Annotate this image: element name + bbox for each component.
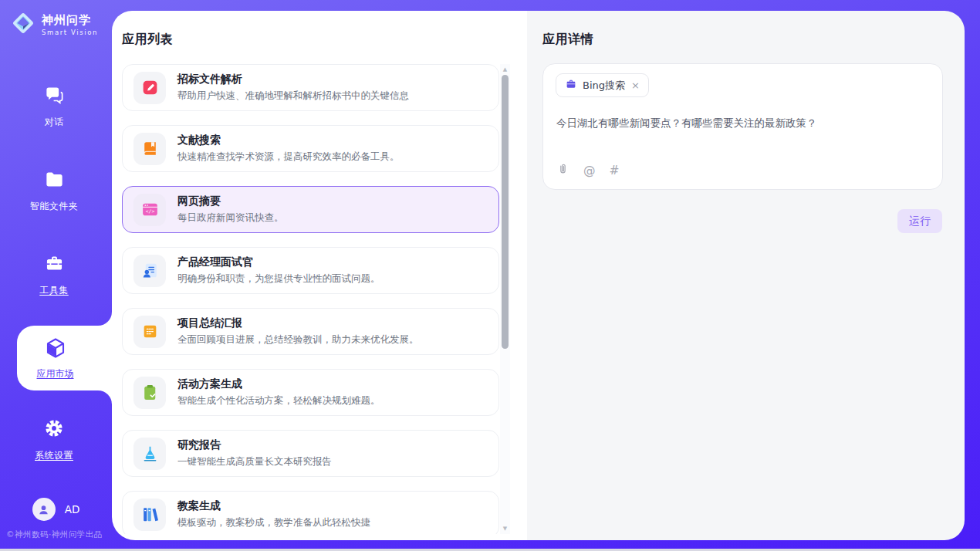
- tool-tag-bing-search[interactable]: Bing搜索 ×: [556, 73, 649, 97]
- sidebar-item-toolset[interactable]: 工具集: [0, 253, 108, 297]
- person-icon: [36, 502, 51, 517]
- app-detail-panel: 应用详情 Bing搜索 × 今日湖北有哪些新闻要点？有哪些需要关注的最新政策？ …: [527, 11, 965, 540]
- active-tab-curve-bottom: [96, 390, 112, 406]
- app-card-activity-plan[interactable]: 活动方案生成 智能生成个性化活动方案，轻松解决规划难题。: [122, 369, 499, 416]
- app-card-literature-search[interactable]: 文献搜索 快速精准查找学术资源，提高研究效率的必备工具。: [122, 125, 499, 172]
- sidebar-item-label: 应用市场: [37, 367, 74, 380]
- app-card-title: 产品经理面试官: [177, 255, 380, 269]
- app-card-lesson-plan[interactable]: 教案生成 模板驱动，教案秒成，教学准备从此轻松快捷: [122, 491, 499, 534]
- app-card-bidding-analysis[interactable]: 招标文件解析 帮助用户快速、准确地理解和解析招标书中的关键信息: [122, 64, 499, 111]
- toolbox-icon: [44, 253, 65, 277]
- web-code-icon: </>: [133, 194, 166, 226]
- sidebar-item-chat[interactable]: 对话: [0, 85, 108, 129]
- brand-name: 神州问学: [42, 13, 98, 28]
- query-text[interactable]: 今日湖北有哪些新闻要点？有哪些需要关注的最新政策？: [556, 117, 930, 130]
- app-card-description: 模板驱动，教案秒成，教学准备从此轻松快捷: [177, 516, 370, 529]
- app-card-description: 一键智能生成高质量长文本研究报告: [177, 455, 332, 468]
- app-card-pm-interviewer[interactable]: 产品经理面试官 明确身份和职责，为您提供专业性的面试问题。: [122, 247, 499, 294]
- brand-logo: 神州问学 Smart Vision: [10, 10, 98, 39]
- clipboard-check-icon: [133, 377, 166, 409]
- sidebar-item-system-settings[interactable]: 系统设置: [0, 417, 108, 462]
- avatar[interactable]: [32, 498, 56, 521]
- main-content: 应用列表 招标文件解析 帮助用户快速、准确地理解和解析招标书中的关键信息 文献搜…: [112, 11, 965, 540]
- mention-icon[interactable]: @: [583, 165, 596, 177]
- sidebar-item-smart-folder[interactable]: 智能文件夹: [0, 169, 108, 213]
- interviewer-icon: [133, 255, 166, 287]
- app-card-web-summary[interactable]: </> 网页摘要 每日政府新闻资讯快查。: [122, 186, 499, 233]
- app-card-description: 快速精准查找学术资源，提高研究效率的必备工具。: [177, 150, 400, 164]
- tool-tag-label: Bing搜索: [583, 79, 625, 93]
- app-detail-title: 应用详情: [542, 32, 593, 48]
- user-initials: AD: [65, 503, 80, 516]
- app-card-title: 文献搜索: [177, 134, 400, 147]
- hash-icon[interactable]: #: [610, 165, 620, 177]
- app-list-panel: 应用列表 招标文件解析 帮助用户快速、准确地理解和解析招标书中的关键信息 文献搜…: [112, 11, 527, 540]
- cube-icon: [44, 336, 67, 363]
- sidebar-footer: ©神州数码·神州问学出品: [6, 529, 103, 540]
- sidebar-item-app-market[interactable]: 应用市场: [17, 326, 112, 390]
- chat-icon: [44, 85, 65, 109]
- sidebar: 神州问学 Smart Vision 对话 智能文件夹 工具集 系统设置 AD ©…: [0, 0, 112, 549]
- sidebar-item-label: 系统设置: [35, 449, 73, 462]
- composer-toolbar: @ #: [556, 163, 620, 179]
- attachment-icon[interactable]: [556, 163, 569, 179]
- app-card-description: 智能生成个性化活动方案，轻松解决规划难题。: [177, 394, 380, 407]
- sidebar-item-label: 对话: [45, 116, 64, 129]
- prompt-card: Bing搜索 × 今日湖北有哪些新闻要点？有哪些需要关注的最新政策？ @ #: [542, 63, 943, 190]
- books-icon: [133, 499, 166, 531]
- close-icon[interactable]: ×: [631, 80, 640, 90]
- svg-text:</>: </>: [145, 208, 154, 214]
- run-button[interactable]: 运行: [897, 209, 942, 233]
- edit-document-icon: [133, 72, 166, 104]
- app-card-description: 每日政府新闻资讯快查。: [177, 211, 284, 225]
- app-card-project-summary[interactable]: 项目总结汇报 全面回顾项目进展，总结经验教训，助力未来优化发展。: [122, 308, 499, 355]
- app-card-title: 活动方案生成: [177, 377, 380, 391]
- book-icon: [133, 133, 166, 165]
- app-card-research-report[interactable]: 研究报告 一键智能生成高质量长文本研究报告: [122, 430, 499, 477]
- active-tab-curve-top: [96, 310, 112, 326]
- app-card-description: 明确身份和职责，为您提供专业性的面试问题。: [177, 272, 380, 286]
- sidebar-item-label: 智能文件夹: [30, 200, 79, 213]
- app-card-title: 项目总结汇报: [177, 316, 419, 330]
- app-list: 招标文件解析 帮助用户快速、准确地理解和解析招标书中的关键信息 文献搜索 快速精…: [122, 64, 499, 534]
- research-icon: [133, 438, 166, 470]
- brand-subtitle: Smart Vision: [42, 29, 98, 36]
- app-card-title: 研究报告: [177, 438, 332, 452]
- scrollbar-thumb[interactable]: [502, 75, 509, 349]
- list-scrollbar[interactable]: ▲ ▼: [500, 64, 510, 534]
- note-icon: [133, 316, 166, 348]
- app-card-title: 招标文件解析: [177, 73, 409, 86]
- folder-icon: [44, 169, 65, 193]
- briefcase-icon: [565, 78, 577, 93]
- app-card-description: 帮助用户快速、准确地理解和解析招标书中的关键信息: [177, 90, 409, 103]
- app-card-title: 教案生成: [177, 499, 370, 513]
- user-row[interactable]: AD: [0, 498, 112, 521]
- app-list-title: 应用列表: [122, 32, 173, 48]
- gear-icon: [43, 417, 65, 442]
- sidebar-item-label: 工具集: [39, 284, 69, 297]
- scroll-up-arrow-icon[interactable]: ▲: [500, 66, 510, 73]
- app-card-title: 网页摘要: [177, 194, 284, 208]
- app-card-description: 全面回顾项目进展，总结经验教训，助力未来优化发展。: [177, 333, 419, 346]
- scroll-down-arrow-icon[interactable]: ▼: [500, 526, 510, 532]
- diamond-logo-icon: [10, 10, 36, 39]
